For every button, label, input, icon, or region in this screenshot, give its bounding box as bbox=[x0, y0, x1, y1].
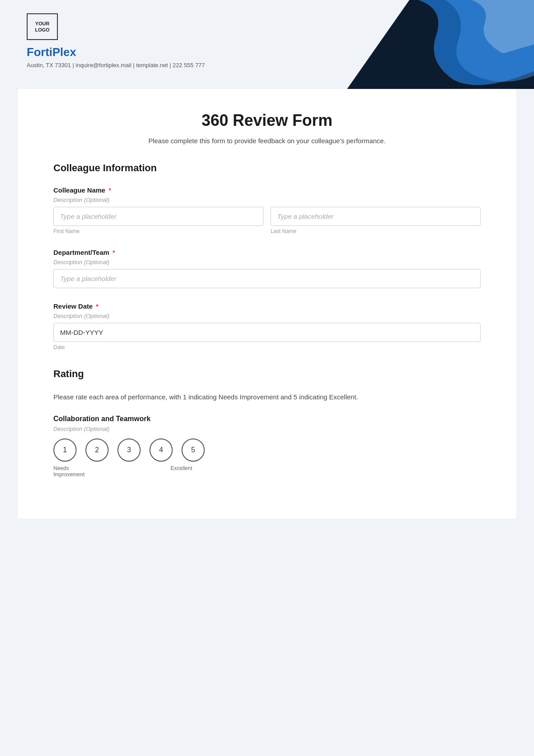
review-date-label: Review Date * bbox=[53, 302, 481, 310]
rating-btn-4[interactable]: 4 bbox=[150, 438, 173, 462]
company-name: FortiPlex bbox=[27, 45, 507, 59]
rating-label-high: Excellent bbox=[170, 465, 192, 478]
rating-section: Rating Please rate each area of performa… bbox=[53, 368, 481, 478]
review-date-required-star: * bbox=[96, 302, 99, 310]
logo-box: YOURLOGO bbox=[27, 13, 58, 40]
department-description: Description (Optional) bbox=[53, 259, 481, 265]
department-group: Department/Team * Description (Optional) bbox=[53, 249, 481, 288]
rating-btn-3[interactable]: 3 bbox=[117, 438, 141, 462]
collaboration-group: Collaboration and Teamwork Description (… bbox=[53, 415, 481, 478]
collaboration-title: Collaboration and Teamwork bbox=[53, 415, 481, 423]
review-date-input-wrapper bbox=[53, 323, 481, 342]
department-input-wrapper bbox=[53, 269, 481, 288]
collaboration-description: Description (Optional) bbox=[53, 426, 481, 432]
rating-label-low: NeedsImprovement bbox=[53, 465, 85, 478]
page-wrapper: YOURLOGO FortiPlex Austin, TX 73301 | in… bbox=[0, 0, 534, 519]
form-title: 360 Review Form bbox=[53, 111, 481, 130]
colleague-name-description: Description (Optional) bbox=[53, 197, 481, 203]
logo-text: YOURLOGO bbox=[35, 20, 49, 33]
rating-section-title: Rating bbox=[53, 368, 481, 382]
rating-description: Please rate each area of performance, wi… bbox=[53, 392, 481, 402]
first-name-input[interactable] bbox=[53, 207, 263, 226]
last-name-wrapper: Last Name bbox=[271, 207, 481, 234]
colleague-name-row: First Name Last Name bbox=[53, 207, 481, 234]
review-date-sublabel: Date bbox=[53, 344, 481, 350]
first-name-wrapper: First Name bbox=[53, 207, 263, 234]
department-label: Department/Team * bbox=[53, 249, 481, 256]
main-content: 360 Review Form Please complete this for… bbox=[18, 89, 516, 519]
rating-btn-1[interactable]: 1 bbox=[53, 438, 77, 462]
rating-options: 1 2 3 4 5 bbox=[53, 438, 481, 462]
colleague-name-group: Colleague Name * Description (Optional) … bbox=[53, 186, 481, 234]
rating-btn-5[interactable]: 5 bbox=[182, 438, 205, 462]
first-name-sublabel: First Name bbox=[53, 228, 263, 234]
last-name-sublabel: Last Name bbox=[271, 228, 481, 234]
company-contact: Austin, TX 73301 | inquire@fortiplex.mai… bbox=[27, 62, 507, 68]
header-left: YOURLOGO FortiPlex Austin, TX 73301 | in… bbox=[27, 13, 507, 68]
header: YOURLOGO FortiPlex Austin, TX 73301 | in… bbox=[0, 0, 534, 89]
colleague-section-title: Colleague Information bbox=[53, 162, 481, 176]
last-name-input[interactable] bbox=[271, 207, 481, 226]
review-date-input[interactable] bbox=[53, 323, 481, 342]
review-date-group: Review Date * Description (Optional) Dat… bbox=[53, 302, 481, 350]
rating-btn-2[interactable]: 2 bbox=[85, 438, 109, 462]
form-subtitle: Please complete this form to provide fee… bbox=[53, 137, 481, 145]
required-star: * bbox=[109, 186, 111, 194]
rating-labels: NeedsImprovement Excellent bbox=[53, 465, 192, 478]
colleague-section: Colleague Information Colleague Name * D… bbox=[53, 162, 481, 350]
department-required-star: * bbox=[113, 249, 115, 256]
department-input[interactable] bbox=[53, 269, 481, 288]
colleague-name-label: Colleague Name * bbox=[53, 186, 481, 194]
review-date-description: Description (Optional) bbox=[53, 313, 481, 319]
